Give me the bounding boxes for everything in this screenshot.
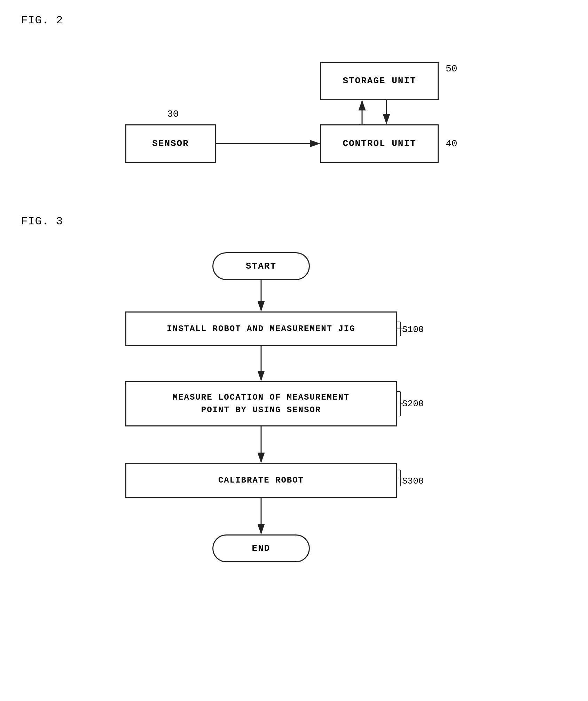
step2-box: MEASURE LOCATION OF MEASUREMENT POINT BY… bbox=[125, 381, 397, 426]
storage-unit-box: STORAGE UNIT bbox=[320, 62, 439, 100]
fig3-label: FIG. 3 bbox=[21, 215, 567, 228]
fig3-arrows bbox=[21, 242, 567, 660]
start-box: START bbox=[212, 252, 310, 280]
control-unit-box: CONTROL UNIT bbox=[320, 124, 439, 163]
fig3-container: START INSTALL ROBOT AND MEASUREMENT JIG … bbox=[21, 242, 567, 660]
storage-unit-ref: 50 bbox=[446, 63, 457, 74]
fig2-arrows bbox=[21, 41, 567, 187]
step3-ref: S300 bbox=[402, 476, 424, 486]
sensor-box: SENSOR bbox=[125, 124, 216, 163]
step1-bracket bbox=[21, 242, 567, 660]
end-box: END bbox=[212, 534, 310, 562]
step1-ref: S100 bbox=[402, 324, 424, 335]
control-unit-ref: 40 bbox=[446, 138, 457, 149]
step3-box: CALIBRATE ROBOT bbox=[125, 463, 397, 498]
step2-ref: S200 bbox=[402, 399, 424, 409]
fig2-label: FIG. 2 bbox=[21, 14, 567, 27]
fig2-container: STORAGE UNIT 50 CONTROL UNIT 40 SENSOR 3… bbox=[21, 41, 567, 187]
step1-box: INSTALL ROBOT AND MEASUREMENT JIG bbox=[125, 311, 397, 346]
sensor-ref: 30 bbox=[167, 109, 179, 120]
